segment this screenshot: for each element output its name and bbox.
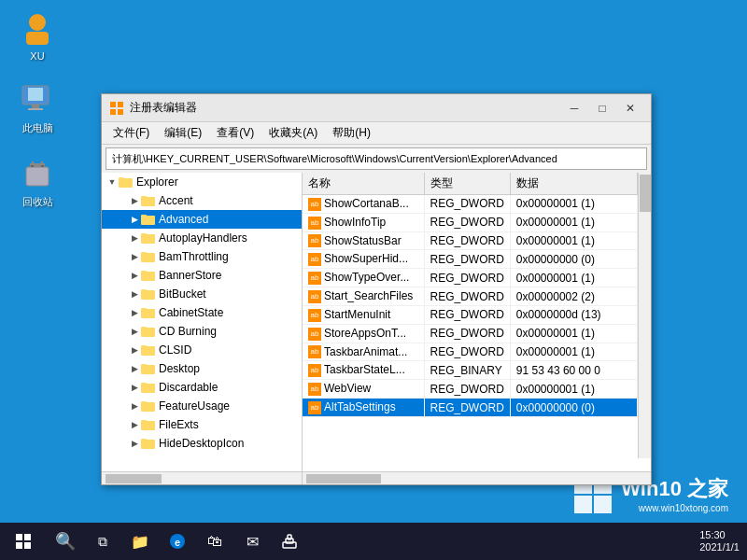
reg-entry-data: 0x00000001 (1) <box>510 380 637 399</box>
tree-item-desktop[interactable]: ▶ Desktop <box>102 359 302 378</box>
reg-entry-name: abShowSuperHid... <box>303 250 424 269</box>
reg-entry-name: abShowStatusBar <box>303 231 424 250</box>
table-row[interactable]: abShowInfoTipREG_DWORD0x00000001 (1) <box>303 213 638 231</box>
table-row[interactable]: abTaskbarStateL...REG_BINARY91 53 43 60 … <box>303 361 638 380</box>
tree-item-cdburning[interactable]: ▶ CD Burning <box>102 322 302 341</box>
reg-entry-type: REG_DWORD <box>424 343 510 361</box>
menu-help[interactable]: 帮助(H) <box>325 123 378 143</box>
svg-rect-13 <box>118 102 123 107</box>
regedit-icon <box>109 101 124 116</box>
close-button[interactable]: ✕ <box>617 99 643 118</box>
svg-rect-33 <box>141 327 147 329</box>
svg-rect-25 <box>141 252 147 255</box>
reg-entry-name: abTaskbarAnimat... <box>303 343 424 361</box>
right-panel: 名称 类型 数据 abShowCortanaB...REG_DWORD0x000… <box>303 173 651 471</box>
table-row[interactable]: abWebViewREG_DWORD0x00000001 (1) <box>303 380 638 399</box>
table-row[interactable]: abTaskbarAnimat...REG_DWORD0x00000001 (1… <box>303 343 638 361</box>
regedit-window: 注册表编辑器 ─ □ ✕ 文件(F) 编辑(E) 查看(V) 收藏夹(A) 帮助… <box>101 93 652 485</box>
reg-entry-data: 0x00000001 (1) <box>510 231 637 250</box>
edge-button[interactable]: e <box>159 523 196 560</box>
start-button[interactable] <box>0 523 47 560</box>
reg-icon: ab <box>308 234 321 247</box>
tree-arrow-hide: ▶ <box>128 437 141 450</box>
mail-button[interactable]: ✉ <box>233 523 271 560</box>
desktop: XU 此电脑 <box>0 0 747 560</box>
reg-entry-data: 0x00000001 (1) <box>510 343 637 361</box>
reg-entry-name: abShowCortanaB... <box>303 195 424 214</box>
user-avatar-icon <box>19 9 56 47</box>
desktop-icon-user[interactable]: XU <box>9 9 65 62</box>
menu-favorites[interactable]: 收藏夹(A) <box>261 123 325 143</box>
col-name[interactable]: 名称 <box>303 173 424 195</box>
recycle-icon <box>19 154 56 191</box>
menu-edit[interactable]: 编辑(E) <box>157 123 209 143</box>
tree-item-clsid[interactable]: ▶ CLSID <box>102 341 302 359</box>
tree-item-accent[interactable]: ▶ Accent <box>102 191 302 210</box>
user-icon-label: XU <box>30 50 44 62</box>
right-scrollbar[interactable] <box>638 173 651 458</box>
tree-arrow-clsid: ▶ <box>128 343 141 357</box>
file-manager-button[interactable]: 📁 <box>121 523 159 560</box>
tree-item-autoplay[interactable]: ▶ AutoplayHandlers <box>102 229 302 247</box>
tree-label-advanced: Advanced <box>159 213 208 226</box>
table-row[interactable]: abStart_SearchFilesREG_DWORD0x00000002 (… <box>303 287 638 306</box>
col-type[interactable]: 类型 <box>424 173 510 195</box>
svg-rect-23 <box>141 233 147 236</box>
table-row[interactable]: abShowSuperHid...REG_DWORD0x00000000 (0) <box>303 250 638 269</box>
tree-label-bam: BamThrottling <box>159 250 229 263</box>
tree-item-featureusage[interactable]: ▶ FeatureUsage <box>102 397 302 415</box>
svg-rect-5 <box>28 108 43 110</box>
taskbar-right: 15:30 2021/1/1 <box>699 529 747 553</box>
table-row[interactable]: abAltTabSettingsREG_DWORD0x00000000 (0) <box>303 399 638 417</box>
tree-item-bannerstore[interactable]: ▶ BannerStore <box>102 266 302 285</box>
tree-item-fileexts[interactable]: ▶ FileExts <box>102 415 302 434</box>
tree-label-accent: Accent <box>159 194 193 207</box>
reg-icon: ab <box>308 253 321 266</box>
tree-item-hidedesktop[interactable]: ▶ HideDesktopIcon <box>102 434 302 453</box>
taskview-button[interactable]: ⧉ <box>84 523 121 560</box>
tree-item-advanced[interactable]: ▶ Advanced <box>102 210 302 229</box>
table-row[interactable]: abShowTypeOver...REG_DWORD0x00000001 (1) <box>303 269 638 287</box>
minimize-button[interactable]: ─ <box>561 99 587 118</box>
menu-view[interactable]: 查看(V) <box>209 123 261 143</box>
maximize-button[interactable]: □ <box>589 99 615 118</box>
tree-item-discardable[interactable]: ▶ Discardable <box>102 378 302 397</box>
tree-label-desktop: Desktop <box>159 362 200 375</box>
table-row[interactable]: abStoreAppsOnT...REG_DWORD0x00000001 (1) <box>303 324 638 343</box>
tree-label-banner: BannerStore <box>159 269 221 282</box>
network-button[interactable] <box>271 523 308 560</box>
svg-rect-39 <box>141 383 147 385</box>
reg-entry-type: REG_DWORD <box>424 231 510 250</box>
svg-rect-27 <box>141 271 147 273</box>
table-row[interactable]: abShowCortanaB...REG_DWORD0x00000001 (1) <box>303 195 638 214</box>
reg-entry-type: REG_DWORD <box>424 213 510 231</box>
tree-item-explorer[interactable]: ▼ Explorer <box>102 173 302 191</box>
right-hscroll[interactable] <box>303 472 651 484</box>
svg-rect-21 <box>141 215 147 217</box>
store-button[interactable]: 🛍 <box>196 523 233 560</box>
reg-entry-type: REG_BINARY <box>424 361 510 380</box>
left-hscroll[interactable] <box>102 472 303 484</box>
table-row[interactable]: abShowStatusBarREG_DWORD0x00000001 (1) <box>303 231 638 250</box>
reg-icon: ab <box>308 217 321 230</box>
col-data[interactable]: 数据 <box>510 173 637 195</box>
address-bar[interactable]: 计算机\HKEY_CURRENT_USER\Software\Microsoft… <box>106 147 647 170</box>
svg-rect-10 <box>31 165 34 167</box>
desktop-icon-computer[interactable]: 此电脑 <box>9 80 65 135</box>
reg-entry-type: REG_DWORD <box>424 380 510 399</box>
tree-item-bitbucket[interactable]: ▶ BitBucket <box>102 285 302 303</box>
tree-arrow-desktop: ▶ <box>128 362 141 375</box>
tree-arrow-cabinet: ▶ <box>128 306 141 319</box>
menu-file[interactable]: 文件(F) <box>106 123 157 143</box>
main-content: ▼ Explorer ▶ Accent <box>102 173 651 471</box>
search-button[interactable]: 🔍 <box>47 523 84 560</box>
desktop-icon-recycle[interactable]: 回收站 <box>9 154 65 209</box>
tree-item-cabinetstate[interactable]: ▶ CabinetState <box>102 303 302 322</box>
reg-icon: ab <box>308 198 321 211</box>
table-row[interactable]: abStartMenuInitREG_DWORD0x0000000d (13) <box>303 305 638 324</box>
tree-item-bamthrottling[interactable]: ▶ BamThrottling <box>102 247 302 266</box>
tree-label-discard: Discardable <box>159 381 218 394</box>
tree-label-cabinet: CabinetState <box>159 306 223 319</box>
tree-arrow-discard: ▶ <box>128 381 141 394</box>
svg-rect-35 <box>141 345 147 348</box>
